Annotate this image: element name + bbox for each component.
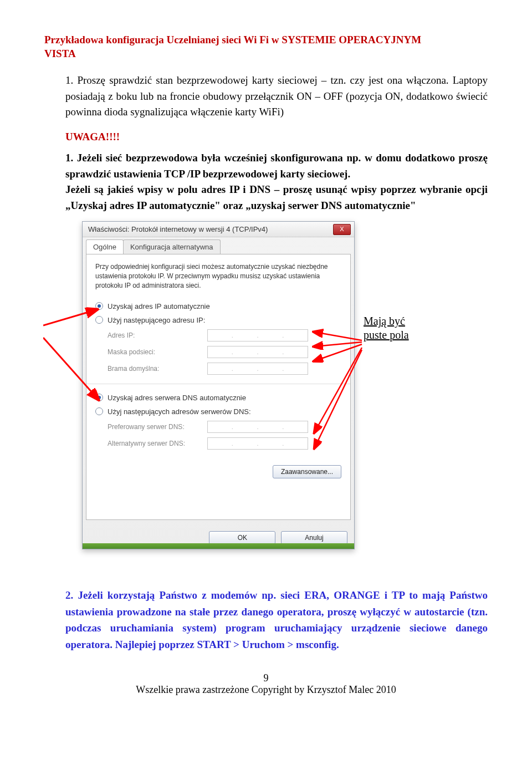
list-item-1: 1. Proszę sprawdzić stan bezprzewodowej …: [65, 73, 488, 120]
arrow-icon: [315, 332, 362, 340]
item-1-text: Proszę sprawdzić stan bezprzewodowej kar…: [65, 74, 488, 118]
page-number: 9: [44, 672, 488, 684]
header-line-2: VISTA: [44, 48, 76, 59]
list-item-2: 2. Jeżeli korzystają Państwo z modemów n…: [65, 587, 488, 652]
warning-paragraph: UWAGA!!!!: [65, 129, 488, 145]
arrow-icon: [315, 350, 362, 447]
sub2-text: Jeżeli są jakieś wpisy w polu adres IP i…: [65, 183, 488, 211]
arrow-icon: [43, 310, 96, 325]
item-1-number: 1.: [65, 74, 73, 86]
header-line-1: Przykładowa konfiguracja Uczelnianej sie…: [44, 34, 421, 45]
arrow-icon: [315, 342, 362, 346]
figure-area: Właściwości: Protokół internetowy w wers…: [65, 221, 488, 565]
document-header: Przykładowa konfiguracja Uczelnianej sie…: [44, 33, 488, 60]
sub-note-1: 1. Jeżeli sieć bezprzewodowa była wcześn…: [65, 150, 488, 182]
annotation-arrows: [43, 221, 475, 565]
arrow-icon: [315, 344, 362, 361]
copyright-line: Wszelkie prawa zastrzeżone Copyright by …: [44, 684, 488, 696]
uwaga-label: UWAGA!!!!: [65, 131, 120, 142]
item-2-text: 2. Jeżeli korzystają Państwo z modemów n…: [65, 589, 488, 650]
arrow-icon: [315, 348, 362, 432]
sub-note-2: Jeżeli są jakieś wpisy w polu adres IP i…: [65, 182, 488, 213]
arrow-icon: [43, 338, 98, 399]
sub1-text: 1. Jeżeli sieć bezprzewodowa była wcześn…: [65, 152, 488, 180]
tab-general[interactable]: Ogólne: [86, 239, 124, 254]
